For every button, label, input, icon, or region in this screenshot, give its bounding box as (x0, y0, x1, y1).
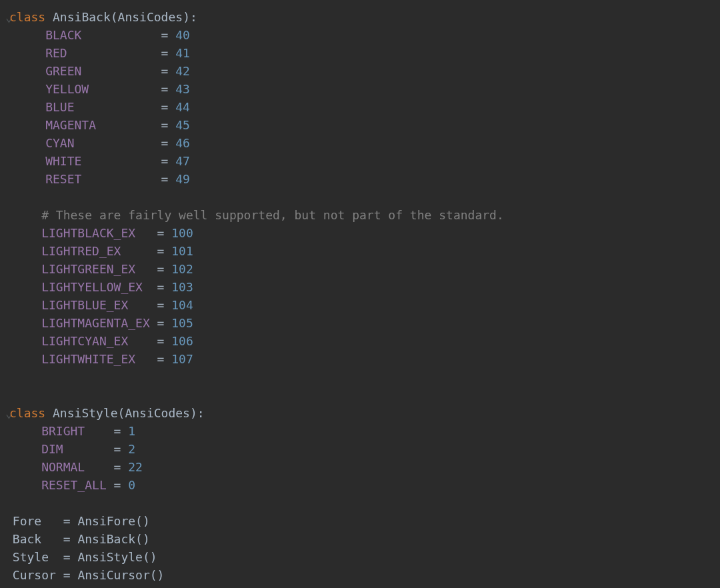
class-name: AnsiBack (53, 10, 111, 24)
equals-operator: = (157, 352, 165, 366)
attribute-assignment: YELLOW = 43 (5, 80, 720, 98)
number-literal: 0 (128, 478, 135, 492)
number-literal: 107 (171, 352, 193, 366)
number-literal: 102 (171, 262, 193, 276)
equals-operator: = (63, 550, 71, 564)
number-literal: 100 (171, 226, 193, 240)
constructor-call: AnsiStyle (77, 550, 143, 564)
attribute-name: LIGHTRED_EX (41, 244, 121, 258)
equals-operator: = (157, 226, 165, 240)
equals-operator: = (161, 28, 169, 42)
equals-operator: = (114, 442, 121, 456)
constructor-call: AnsiBack (77, 532, 135, 546)
number-literal: 43 (175, 82, 190, 96)
number-literal: 41 (175, 46, 190, 60)
attribute-name: CYAN (45, 136, 74, 150)
attribute-name: LIGHTCYAN_EX (41, 334, 128, 348)
attribute-assignment: RESET = 49 (5, 170, 720, 188)
number-literal: 46 (175, 136, 190, 150)
number-literal: 22 (128, 460, 143, 474)
attribute-name: BRIGHT (41, 424, 85, 438)
number-literal: 1 (128, 424, 135, 438)
parent-class: AnsiCodes (118, 10, 183, 24)
equals-operator: = (161, 118, 169, 132)
equals-operator: = (114, 460, 121, 474)
equals-operator: = (161, 100, 169, 114)
equals-operator: = (114, 478, 121, 492)
equals-operator: = (157, 280, 165, 294)
attribute-name: BLACK (45, 28, 81, 42)
comment-text: # These are fairly well supported, but n… (41, 208, 504, 222)
number-literal: 42 (175, 64, 190, 78)
class-name: AnsiStyle (53, 406, 118, 420)
attribute-assignment: LIGHTGREEN_EX = 102 (5, 260, 720, 278)
module-assignment: Cursor = AnsiCursor() (5, 566, 720, 584)
variable-name: Fore (13, 514, 41, 528)
number-literal: 2 (128, 442, 135, 456)
attribute-assignment: LIGHTYELLOW_EX = 103 (5, 278, 720, 296)
keyword-class: class (9, 10, 45, 24)
class-declaration: ⌄class AnsiStyle(AnsiCodes): (5, 404, 720, 422)
code-editor-area[interactable]: ⌄class AnsiBack(AnsiCodes): BLACK = 40 R… (5, 8, 720, 584)
equals-operator: = (161, 46, 169, 60)
constructor-call: AnsiFore (77, 514, 135, 528)
attribute-name: LIGHTYELLOW_EX (41, 280, 143, 294)
attribute-assignment: LIGHTBLUE_EX = 104 (5, 296, 720, 314)
attribute-assignment: LIGHTBLACK_EX = 100 (5, 224, 720, 242)
attribute-name: YELLOW (45, 82, 89, 96)
attribute-assignment: LIGHTWHITE_EX = 107 (5, 350, 720, 368)
attribute-assignment: BLACK = 40 (5, 26, 720, 44)
attribute-name: RESET (45, 172, 81, 186)
equals-operator: = (161, 154, 169, 168)
attribute-assignment: DIM = 2 (5, 440, 720, 458)
equals-operator: = (157, 334, 165, 348)
equals-operator: = (161, 136, 169, 150)
attribute-assignment: BRIGHT = 1 (5, 422, 720, 440)
number-literal: 104 (171, 298, 193, 312)
class-declaration: ⌄class AnsiBack(AnsiCodes): (5, 8, 720, 26)
attribute-assignment: LIGHTMAGENTA_EX = 105 (5, 314, 720, 332)
attribute-assignment: MAGENTA = 45 (5, 116, 720, 134)
keyword-class: class (9, 406, 45, 420)
attribute-name: RESET_ALL (41, 478, 107, 492)
attribute-assignment: WHITE = 47 (5, 152, 720, 170)
blank-line (5, 494, 720, 512)
number-literal: 103 (171, 280, 193, 294)
equals-operator: = (161, 64, 169, 78)
number-literal: 44 (175, 100, 190, 114)
number-literal: 49 (175, 172, 190, 186)
number-literal: 47 (175, 154, 190, 168)
attribute-name: NORMAL (41, 460, 85, 474)
attribute-name: MAGENTA (45, 118, 96, 132)
equals-operator: = (114, 424, 121, 438)
number-literal: 105 (171, 316, 193, 330)
equals-operator: = (161, 82, 169, 96)
equals-operator: = (157, 244, 165, 258)
equals-operator: = (63, 568, 71, 582)
number-literal: 40 (175, 28, 190, 42)
comment-line: # These are fairly well supported, but n… (5, 206, 720, 224)
number-literal: 106 (171, 334, 193, 348)
equals-operator: = (157, 316, 165, 330)
attribute-assignment: RESET_ALL = 0 (5, 476, 720, 494)
attribute-name: LIGHTGREEN_EX (41, 262, 135, 276)
equals-operator: = (63, 532, 71, 546)
variable-name: Back (13, 532, 41, 546)
attribute-name: BLUE (45, 100, 74, 114)
module-assignment: Style = AnsiStyle() (5, 548, 720, 566)
attribute-name: DIM (41, 442, 63, 456)
number-literal: 45 (175, 118, 190, 132)
variable-name: Style (13, 550, 49, 564)
blank-line (5, 188, 720, 206)
attribute-assignment: GREEN = 42 (5, 62, 720, 80)
equals-operator: = (161, 172, 169, 186)
attribute-name: LIGHTBLACK_EX (41, 226, 135, 240)
attribute-name: LIGHTBLUE_EX (41, 298, 128, 312)
attribute-assignment: BLUE = 44 (5, 98, 720, 116)
variable-name: Cursor (13, 568, 56, 582)
blank-line (5, 386, 720, 404)
attribute-assignment: CYAN = 46 (5, 134, 720, 152)
attribute-assignment: RED = 41 (5, 44, 720, 62)
attribute-name: GREEN (45, 64, 81, 78)
number-literal: 101 (171, 244, 193, 258)
